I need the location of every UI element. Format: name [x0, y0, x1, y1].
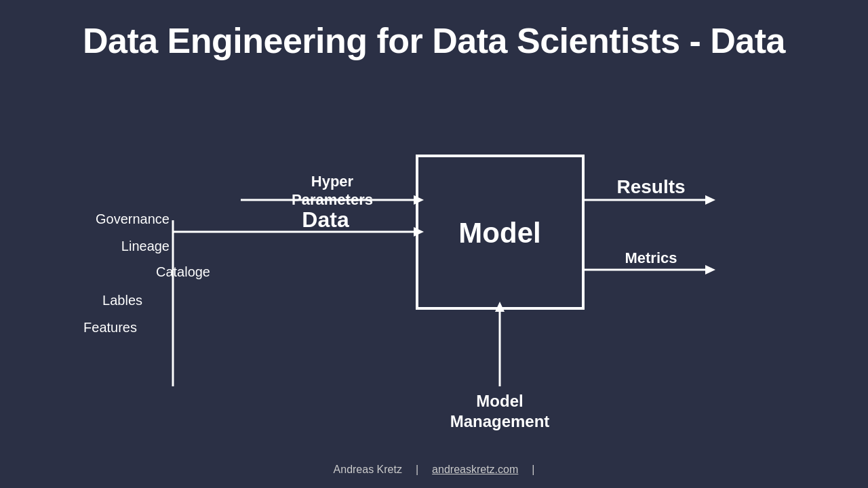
- svg-text:Metrics: Metrics: [625, 249, 677, 266]
- page-title: Data Engineering for Data Scientists - D…: [83, 20, 785, 61]
- footer-website[interactable]: andreaskretz.com: [432, 464, 518, 476]
- footer-divider-2: |: [532, 464, 534, 476]
- svg-text:Model: Model: [476, 392, 523, 410]
- svg-text:Governance: Governance: [96, 211, 170, 226]
- svg-text:Hyper: Hyper: [311, 173, 354, 190]
- svg-text:Data: Data: [302, 207, 349, 232]
- svg-marker-20: [705, 265, 715, 274]
- svg-text:Management: Management: [450, 412, 550, 430]
- svg-text:Parameters: Parameters: [292, 191, 373, 208]
- footer: Andreas Kretz | andreaskretz.com |: [0, 464, 868, 476]
- slide-container: Data Engineering for Data Scientists - D…: [0, 0, 868, 488]
- svg-text:Results: Results: [616, 176, 685, 197]
- diagram-area: Model Hyper Parameters Data Governance: [0, 95, 868, 447]
- svg-text:Features: Features: [83, 320, 137, 335]
- footer-divider-1: |: [416, 464, 418, 476]
- svg-marker-17: [705, 195, 715, 205]
- svg-text:Lineage: Lineage: [121, 239, 170, 253]
- svg-text:Lables: Lables: [102, 293, 142, 308]
- footer-author: Andreas Kretz: [334, 464, 402, 476]
- svg-text:Cataloge: Cataloge: [156, 264, 210, 279]
- svg-text:Model: Model: [458, 217, 540, 249]
